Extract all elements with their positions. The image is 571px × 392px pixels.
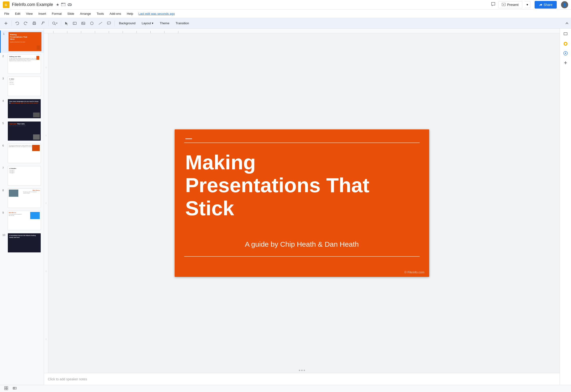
theme-button[interactable]: Theme — [157, 20, 172, 26]
slide9-title: Meet Marcus — [9, 212, 16, 213]
undo-button[interactable] — [13, 20, 21, 26]
main-slide[interactable]: Making Presentations That Stick A guide … — [175, 129, 429, 277]
share-label: Share — [544, 3, 552, 7]
slide-thumb-4[interactable]: 4 How many languages do you need to know… — [0, 98, 44, 120]
slide-preview-5: Just one! Your own. Write a little help … — [8, 121, 41, 141]
svg-rect-33 — [14, 387, 15, 389]
notes-area[interactable]: Click to add speaker notes — [44, 373, 560, 385]
menu-slide[interactable]: Slide — [65, 11, 77, 16]
star-icon[interactable]: ★ — [56, 2, 59, 7]
filmstrip-button[interactable] — [11, 386, 18, 392]
text-box-tool[interactable] — [71, 20, 79, 26]
menu-edit[interactable]: Edit — [13, 11, 23, 16]
bottom-bar — [0, 385, 571, 392]
canvas-wrapper[interactable]: ||||| Making Presentations That Stick A … — [44, 33, 560, 373]
zoom-button[interactable]: ▾ — [50, 20, 59, 26]
slide9-text: He recently opened a restaurant in New Y… — [9, 214, 23, 216]
slide-thumb-10[interactable]: 10 A translation barrier left Alberto fe… — [0, 232, 44, 254]
doc-title[interactable]: FileInfo.com Example — [12, 2, 53, 7]
slide-number-10: 10 — [2, 234, 6, 237]
canvas-area: | | | | | | | | | | ||||| — [44, 28, 560, 385]
vertical-ruler: ||||| — [44, 33, 48, 373]
svg-line-20 — [99, 22, 102, 25]
slide-thumb-5[interactable]: 5 Just one! Your own. Write a little hel… — [0, 120, 44, 142]
ruler-tick: | — [88, 31, 102, 33]
slide-number-7: 7 — [2, 167, 6, 169]
background-button[interactable]: Background — [116, 20, 138, 26]
slide-thumb-2[interactable]: 2 Selling your idea In order for the key… — [0, 53, 44, 75]
slide-thumb-6[interactable]: 6 The Google Translate app can easily tr… — [0, 142, 44, 165]
toolbar-separator-2 — [48, 20, 49, 26]
sidebar-plus-icon[interactable] — [562, 59, 569, 67]
slide-line-bottom — [184, 256, 420, 257]
scroll-dots — [299, 370, 305, 371]
toolbar-separator-1 — [11, 20, 12, 26]
slide-line-top — [184, 142, 420, 143]
avatar[interactable]: 👤 — [561, 1, 568, 8]
slide-thumb-7[interactable]: 7 a. Examples • Example 1• Example 2• Ex… — [0, 165, 44, 187]
present-dropdown[interactable]: ▾ — [525, 1, 530, 8]
slide-thumb-8[interactable]: 8 Meet Alberto He works as a chef in a r… — [0, 187, 44, 209]
title-bar: G FileInfo.com Example ★ Present ▾ Share… — [0, 0, 571, 10]
comment-button[interactable] — [491, 1, 496, 8]
slide-preview-2: Selling your idea In order for the key m… — [8, 54, 41, 74]
cloud-icon[interactable] — [67, 3, 72, 7]
menu-file[interactable]: File — [2, 11, 12, 16]
svg-rect-15 — [73, 22, 76, 25]
slide-number-8: 8 — [2, 189, 6, 192]
image-tool[interactable] — [79, 20, 87, 26]
cursor-tool[interactable] — [63, 20, 70, 26]
shape-tool[interactable] — [88, 20, 96, 26]
svg-rect-31 — [13, 387, 16, 389]
svg-rect-27 — [4, 387, 6, 388]
right-sidebar — [560, 28, 571, 385]
svg-rect-30 — [6, 388, 8, 390]
present-button[interactable]: Present — [498, 1, 522, 8]
menu-view[interactable]: View — [24, 11, 35, 16]
toolbar: ▾ Background Layout ▾ Theme Transition — [0, 18, 571, 28]
last-edit-link[interactable]: Last edit was seconds ago — [139, 12, 175, 15]
transition-button[interactable]: Transition — [173, 20, 192, 26]
toolbar-collapse[interactable] — [565, 21, 569, 26]
menu-arrange[interactable]: Arrange — [78, 11, 93, 16]
share-button[interactable]: Share — [535, 1, 557, 9]
slide-number-5: 5 — [2, 122, 6, 125]
menu-tools[interactable]: Tools — [94, 11, 106, 16]
add-button[interactable] — [2, 20, 10, 26]
header-right: Present ▾ Share 👤 — [491, 1, 568, 9]
sidebar-comments-icon[interactable] — [562, 30, 569, 38]
menu-insert[interactable]: Insert — [36, 11, 49, 16]
sidebar-activities-icon[interactable] — [562, 40, 569, 48]
svg-point-13 — [53, 22, 55, 24]
slide-number-2: 2 — [2, 55, 6, 57]
slide-thumb-1[interactable]: 1 MakingPresentations ThatStick A guide … — [0, 30, 44, 53]
folder-icon[interactable] — [61, 3, 65, 7]
slide8-photo — [9, 190, 18, 197]
sidebar-explore-icon[interactable] — [562, 49, 569, 57]
ruler-tick: | — [143, 31, 157, 33]
grid-view-button[interactable] — [3, 386, 10, 392]
line-tool[interactable] — [96, 20, 104, 26]
menu-format[interactable]: Format — [49, 11, 64, 16]
menu-help[interactable]: Help — [124, 11, 136, 16]
slide-panel: 1 MakingPresentations ThatStick A guide … — [0, 28, 44, 385]
ruler-tick: | — [130, 31, 143, 33]
slide-number-3: 3 — [2, 77, 6, 80]
menu-addons[interactable]: Add-ons — [107, 11, 124, 16]
slide-subtitle[interactable]: A guide by Chip Heath & Dan Heath — [185, 240, 418, 248]
slide-thumb-9[interactable]: 9 Meet Marcus He recently opened a resta… — [0, 209, 44, 232]
paint-button[interactable] — [39, 20, 47, 26]
redo-button[interactable] — [22, 20, 30, 26]
slide-preview-8: Meet Alberto He works as a chef in a res… — [8, 188, 41, 208]
slide-main-title[interactable]: Making Presentations That Stick — [185, 151, 370, 220]
comment-tool[interactable] — [105, 20, 113, 26]
app-logo: G — [3, 1, 10, 8]
layout-button[interactable]: Layout ▾ — [139, 20, 156, 26]
print-button[interactable] — [30, 20, 38, 26]
notes-placeholder: Click to add speaker notes — [48, 377, 87, 381]
ruler-tick: | — [116, 31, 130, 33]
book-icon-1 — [37, 45, 40, 50]
layout-dropdown-icon: ▾ — [152, 21, 154, 25]
ruler-tick: | — [60, 31, 74, 33]
slide-thumb-3[interactable]: 3 1. Intro • Item one • Item two • Item … — [0, 75, 44, 98]
